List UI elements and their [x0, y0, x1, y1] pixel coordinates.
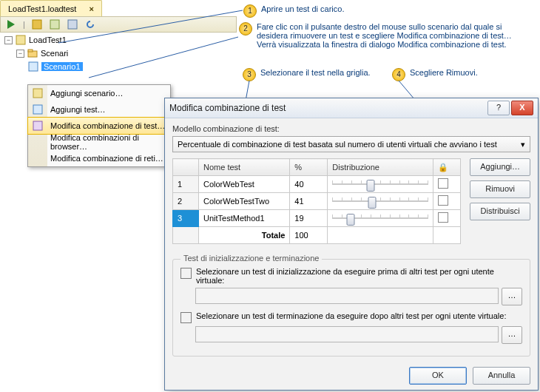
col-lock[interactable]: 🔒	[433, 159, 461, 176]
tree-root-label: LoadTest1	[29, 36, 67, 44]
tree-scenario1[interactable]: Scenario1	[0, 60, 237, 73]
init-browse-button[interactable]: …	[502, 288, 522, 305]
fieldset-legend: Test di inizializzazione e terminazione	[180, 254, 322, 263]
svg-rect-3	[68, 20, 77, 29]
tree-toolbar: |	[0, 16, 237, 33]
ctx-edit-test-mix-label: Modifica combinazione di test…	[50, 121, 165, 130]
folder-icon	[27, 48, 38, 58]
row-pct[interactable]: 41	[290, 193, 328, 210]
callout-2: 2 Fare clic con il pulsante destro del m…	[239, 22, 527, 49]
ctx-edit-test-mix[interactable]: Modifica combinazione di test…	[27, 117, 171, 135]
total-value: 100	[290, 227, 328, 244]
document-tab[interactable]: LoadTest1.loadtest ×	[0, 0, 102, 17]
svg-rect-6	[28, 50, 33, 52]
term-checkbox[interactable]	[180, 312, 192, 323]
init-label: Selezionare un test di inizializzazione …	[196, 267, 522, 285]
refresh-icon[interactable]	[84, 18, 96, 30]
col-name[interactable]: Nome test	[199, 159, 290, 176]
tree-scenari-folder[interactable]: − Scenari	[0, 47, 237, 60]
cancel-button[interactable]: Annulla	[473, 367, 530, 385]
row-pct[interactable]: 40	[290, 176, 328, 193]
term-label: Selezionare un test di terminazione da e…	[196, 311, 506, 320]
edit-test-mix-dialog: Modifica combinazione di test ? X Modell…	[164, 98, 539, 391]
row-pct[interactable]: 19	[290, 210, 328, 227]
ctx-add-scenario-label: Aggiungi scenario…	[50, 89, 123, 98]
callout-4: 4 Scegliere Rimuovi.	[392, 68, 478, 81]
ok-button[interactable]: OK	[409, 367, 467, 385]
svg-rect-8	[33, 89, 42, 98]
grid-total-row: Totale 100	[173, 227, 461, 244]
svg-rect-4	[16, 36, 25, 44]
callout-text-1: Aprire un test di carico.	[261, 4, 345, 18]
ctx-edit-browser-mix-label: Modifica combinazioni di browser…	[50, 133, 170, 151]
test-icon	[32, 104, 44, 115]
dialog-titlebar: Modifica combinazione di test ? X	[165, 98, 538, 118]
grid-row[interactable]: 1 ColorWebTest 40	[173, 176, 461, 193]
row-name[interactable]: UnitTestMethod1	[199, 210, 290, 227]
init-test-field[interactable]	[195, 288, 499, 304]
expander-icon[interactable]: −	[4, 36, 13, 44]
scenario-icon[interactable]	[31, 18, 43, 30]
term-browse-button[interactable]: …	[502, 326, 522, 344]
row-num: 1	[173, 176, 199, 193]
add-item-icon[interactable]	[49, 18, 61, 30]
tab-close-icon[interactable]: ×	[89, 4, 93, 13]
add-button[interactable]: Aggiungi…	[470, 158, 530, 176]
row-lock[interactable]	[433, 193, 461, 210]
svg-rect-9	[33, 105, 42, 114]
scenario-context-menu: Aggiungi scenario… Aggiungi test… Modifi…	[27, 84, 171, 167]
svg-rect-1	[33, 20, 41, 29]
col-dist[interactable]: Distribuzione	[328, 159, 433, 176]
term-test-field[interactable]	[195, 326, 499, 342]
properties-icon[interactable]	[67, 18, 78, 30]
distribute-button[interactable]: Distribuisci	[470, 203, 530, 220]
callout-text-2: Fare clic con il pulsante destro del mou…	[257, 22, 527, 49]
test-mix-icon	[32, 120, 44, 132]
init-checkbox[interactable]	[180, 268, 192, 279]
row-lock[interactable]	[433, 210, 461, 227]
chevron-down-icon: ▾	[521, 140, 525, 149]
callout-number-1: 1	[243, 4, 257, 18]
expander-icon[interactable]: −	[16, 50, 24, 58]
ctx-edit-network-mix[interactable]: Modifica combinazione di reti…	[28, 150, 170, 166]
remove-button[interactable]: Rimuovi	[470, 180, 530, 198]
row-dist[interactable]	[328, 176, 433, 193]
callout-number-3: 3	[243, 68, 256, 81]
row-name[interactable]: ColorWebTest	[199, 176, 290, 193]
svg-rect-7	[29, 62, 38, 71]
svg-marker-0	[7, 20, 15, 29]
lock-icon: 🔒	[438, 163, 448, 172]
test-mix-grid[interactable]: Nome test % Distribuzione 🔒 1 ColorWebTe…	[172, 158, 461, 244]
grid-corner	[173, 159, 199, 176]
document-tab-title: LoadTest1.loadtest	[8, 4, 76, 13]
callout-3: 3 Selezionare il test nella griglia.	[243, 68, 371, 81]
dialog-title: Modifica combinazione di test	[169, 103, 286, 113]
grid-row[interactable]: 2 ColorWebTestTwo 41	[173, 193, 461, 210]
loadtest-icon	[16, 35, 26, 45]
scenario-icon	[32, 87, 44, 99]
svg-rect-2	[50, 20, 59, 29]
ctx-add-test[interactable]: Aggiungi test…	[28, 101, 170, 118]
total-label: Totale	[199, 227, 290, 244]
row-lock[interactable]	[433, 176, 461, 193]
row-dist[interactable]	[328, 193, 433, 210]
load-test-tree: − LoadTest1 − Scenari Scenario1	[0, 33, 237, 73]
model-dropdown-value: Percentuale di combinazione di test basa…	[178, 140, 497, 149]
grid-row[interactable]: 3 UnitTestMethod1 19	[173, 210, 461, 227]
init-term-fieldset: Test di inizializzazione e terminazione …	[172, 259, 530, 356]
run-icon[interactable]	[5, 18, 17, 30]
row-name[interactable]: ColorWebTestTwo	[199, 193, 290, 210]
ctx-add-scenario[interactable]: Aggiungi scenario…	[28, 85, 170, 101]
model-dropdown[interactable]: Percentuale di combinazione di test basa…	[172, 136, 530, 152]
tree-root[interactable]: − LoadTest1	[0, 33, 237, 47]
ctx-edit-browser-mix[interactable]: Modifica combinazioni di browser…	[28, 134, 170, 150]
tree-scenari-label: Scenari	[41, 49, 68, 58]
callout-text-4: Scegliere Rimuovi.	[410, 68, 478, 81]
tree-scenario1-label: Scenario1	[41, 62, 83, 71]
row-num: 2	[173, 193, 199, 210]
help-button[interactable]: ?	[487, 101, 510, 115]
callout-number-2: 2	[239, 22, 252, 36]
row-dist[interactable]	[328, 210, 433, 227]
close-button[interactable]: X	[511, 101, 533, 115]
col-pct[interactable]: %	[290, 159, 328, 176]
